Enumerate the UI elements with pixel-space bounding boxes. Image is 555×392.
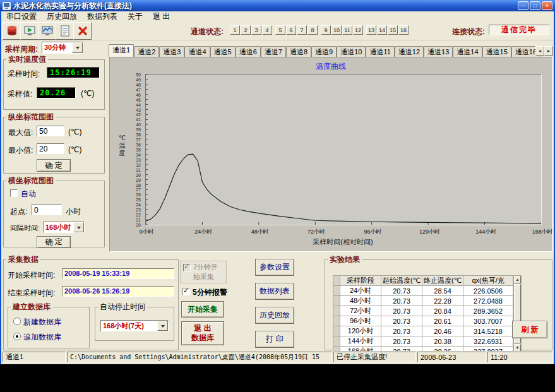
database-tool-button[interactable]	[3, 22, 21, 40]
menu-item-1[interactable]: 串口设置	[1, 11, 42, 22]
channel-button-15[interactable]: 15	[388, 25, 398, 35]
end-sample-time-value[interactable]: 2008-05-26 15:26:19	[62, 286, 174, 297]
y-tick-label: 41	[136, 117, 141, 122]
tab-通道5[interactable]: 通道5	[210, 46, 236, 57]
channel-button-7[interactable]: 7	[297, 25, 307, 35]
report-tool-button[interactable]	[56, 22, 74, 40]
close-button[interactable]: ×	[542, 1, 552, 10]
auto-stop-dropdown[interactable]: 168小时(7天)	[100, 320, 169, 331]
max-value-input[interactable]: 50	[37, 126, 64, 136]
channel-status-buttons: 12345678910111213141516	[230, 25, 409, 35]
channel-button-16[interactable]: 16	[398, 25, 409, 35]
y-range-group-title: 纵坐标范围图	[6, 112, 56, 122]
table-cell: 272.0488	[463, 296, 513, 306]
results-group: 实验结果 采样阶段起始温度(℃终止温度(℃qx(焦耳/克24小时20.7328.…	[325, 254, 552, 350]
new-db-radio-label: 新建数据库	[23, 317, 61, 328]
channel-button-2[interactable]: 2	[241, 25, 251, 35]
menu-bar: 串口设置历史回放数据列表关于退 出	[1, 11, 554, 22]
channel-button-9[interactable]: 9	[321, 25, 331, 35]
results-scrollbar[interactable]: ▲ ▼	[513, 275, 522, 352]
tab-通道13[interactable]: 通道13	[424, 46, 453, 57]
table-cell: 226.0506	[463, 286, 513, 296]
y-range-ok-button[interactable]: 确 定	[37, 159, 71, 172]
tab-通道12[interactable]: 通道12	[395, 46, 424, 57]
status-file-path: C:\Documents and Settings\Administrator\…	[67, 352, 332, 362]
channel-button-14[interactable]: 14	[377, 25, 387, 35]
tab-scroll-left-icon[interactable]: ◄	[535, 46, 544, 56]
tab-通道7[interactable]: 通道7	[261, 46, 286, 57]
auto-stop-value: 168小时(7天)	[103, 321, 144, 331]
tab-通道15[interactable]: 通道15	[482, 46, 511, 57]
channel-status-label: 通道状态:	[191, 27, 224, 37]
acquire-icon	[23, 25, 36, 37]
tab-通道14[interactable]: 通道14	[453, 46, 482, 57]
y-tick-label: 37	[136, 138, 141, 142]
x-range-ok-button[interactable]: 确 定	[37, 236, 71, 248]
tab-通道3[interactable]: 通道3	[159, 46, 184, 57]
channel-button-1[interactable]: 1	[230, 25, 240, 35]
channel-button-8[interactable]: 8	[307, 25, 318, 35]
channel-button-12[interactable]: 12	[353, 25, 363, 35]
refresh-button[interactable]: 刷 新	[512, 321, 547, 338]
data-list-button[interactable]: 数据列表	[255, 283, 294, 300]
sampling-period-dropdown[interactable]: 30分钟	[42, 42, 83, 54]
acquire-tool-button[interactable]	[20, 22, 39, 40]
tab-通道4[interactable]: 通道4	[184, 46, 210, 57]
exit-database-button[interactable]: 退 出 数据库	[181, 321, 224, 345]
menu-item-4[interactable]: 关于	[122, 11, 148, 22]
new-db-radio[interactable]	[13, 318, 21, 325]
tab-通道2[interactable]: 通道2	[134, 46, 159, 57]
menu-item-5[interactable]: 退 出	[148, 11, 175, 22]
tab-通道10[interactable]: 通道10	[337, 46, 366, 57]
table-cell: 314.5218	[463, 326, 513, 336]
interval-dropdown[interactable]: 168小时	[43, 222, 85, 233]
y-tick-label: 22	[136, 213, 141, 217]
channel-button-5[interactable]: 5	[275, 25, 285, 35]
tab-通道8[interactable]: 通道8	[286, 46, 311, 57]
table-cell: 72小时	[340, 306, 381, 316]
append-db-radio[interactable]	[13, 333, 21, 340]
alarm-checkbox[interactable]	[182, 288, 190, 295]
sample-time-display: 15:26:19	[47, 67, 100, 78]
scroll-up-icon[interactable]: ▲	[514, 276, 521, 283]
channel-button-10[interactable]: 10	[331, 25, 342, 35]
table-cell: 144小时	[340, 336, 381, 347]
params-button[interactable]: 参数设置	[255, 259, 294, 276]
channel-button-4[interactable]: 4	[262, 25, 272, 35]
min-value-input[interactable]: 20	[37, 143, 64, 154]
auto-checkbox[interactable]	[10, 189, 18, 197]
channel-button-11[interactable]: 11	[342, 25, 352, 35]
app-window: 水泥水化热实验与分析软件(直接法) — □ × 串口设置历史回放数据列表关于退 …	[0, 0, 555, 364]
minimize-button[interactable]: —	[518, 1, 528, 10]
tab-通道9[interactable]: 通道9	[311, 46, 337, 57]
table-cell: 120小时	[340, 326, 381, 336]
tab-通道6[interactable]: 通道6	[236, 46, 261, 57]
exit-tool-button[interactable]	[73, 22, 92, 40]
channel-button-13[interactable]: 13	[366, 25, 376, 35]
tab-通道11[interactable]: 通道11	[366, 46, 394, 57]
start-collect-button[interactable]: 开始采集	[181, 301, 224, 318]
sampling-period-value: 30分钟	[44, 43, 66, 52]
channel-button-3[interactable]: 3	[251, 25, 261, 35]
menu-item-2[interactable]: 历史回放	[42, 11, 82, 22]
dropdown-arrow-icon[interactable]	[72, 42, 83, 53]
x-axis-label: 采样时间(相对时间)	[145, 237, 540, 247]
history-playback-button[interactable]: 历史回放	[255, 307, 294, 324]
status-time: 11:20	[487, 352, 552, 362]
dropdown-arrow-icon[interactable]	[157, 321, 168, 331]
table-cell: 20.61	[422, 316, 463, 326]
title-bar[interactable]: 水泥水化热实验与分析软件(直接法) — □ ×	[0, 0, 555, 11]
tab-通道1[interactable]: 通道1	[109, 44, 134, 57]
tab-scroll-right-icon[interactable]: ►	[544, 46, 553, 56]
dropdown-arrow-icon[interactable]	[73, 222, 84, 232]
table-cell: 20.84	[422, 306, 463, 316]
row-selector	[333, 336, 340, 347]
maximize-button[interactable]: □	[530, 1, 540, 10]
channel-button-6[interactable]: 6	[286, 25, 296, 35]
start-sample-time-value[interactable]: 2008-05-19 15:33:19	[62, 268, 174, 279]
menu-item-3[interactable]: 数据列表	[82, 11, 122, 22]
display-tool-button[interactable]	[38, 22, 56, 40]
print-button[interactable]: 打 印	[255, 331, 294, 348]
start-point-input[interactable]: 0	[32, 205, 62, 215]
row-selector	[333, 326, 340, 336]
